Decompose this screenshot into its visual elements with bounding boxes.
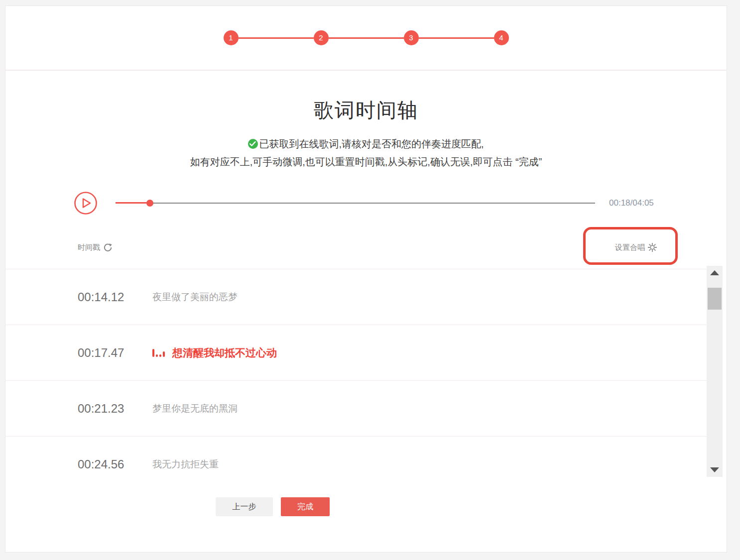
equalizer-icon: [152, 348, 165, 357]
lyrics-list: 00:14.12 夜里做了美丽的恶梦 00:17.47 想清醒我却抵不过心动 0…: [5, 269, 707, 492]
lyric-row[interactable]: 00:24.56 我无力抗拒失重: [5, 437, 707, 492]
progress-played: [116, 202, 150, 204]
step-2[interactable]: 2: [314, 30, 329, 45]
lyric-text: 夜里做了美丽的恶梦: [152, 291, 238, 304]
scrollbar-track[interactable]: [707, 266, 723, 477]
lyric-timestamp: 00:21.23: [78, 402, 152, 416]
step-4[interactable]: 4: [494, 30, 509, 45]
check-circle-icon: [248, 139, 258, 149]
page-title: 歌词时间轴: [5, 97, 727, 124]
toolbar: 时间戳 设置合唱: [78, 240, 657, 255]
play-icon: [74, 191, 98, 215]
description-line-2: 如有对应不上,可手动微调,也可以重置时间戳,从头标记,确认无误,即可点击 “完成…: [5, 155, 727, 169]
description-text-1: 已获取到在线歌词,请核对是否和您的伴奏进度匹配,: [259, 138, 484, 149]
description-line-1: 已获取到在线歌词,请核对是否和您的伴奏进度匹配,: [5, 137, 727, 151]
step-3[interactable]: 3: [404, 30, 419, 45]
timestamp-reset-button[interactable]: 时间戳: [78, 243, 113, 252]
step-connector: [419, 37, 494, 39]
lyric-row[interactable]: 00:14.12 夜里做了美丽的恶梦: [5, 269, 707, 325]
step-connector: [239, 37, 314, 39]
scroll-up-button[interactable]: [707, 267, 723, 279]
lyric-timestamp: 00:14.12: [78, 290, 152, 304]
finish-button[interactable]: 完成: [281, 497, 330, 516]
play-button[interactable]: [74, 191, 98, 215]
lyric-timestamp: 00:17.47: [78, 346, 152, 360]
triangle-down-icon: [710, 467, 719, 472]
lyric-row[interactable]: 00:21.23 梦里你是无底的黑洞: [5, 381, 707, 437]
gear-icon: [648, 243, 657, 252]
timestamp-label: 时间戳: [78, 243, 100, 252]
time-display: 00:18/04:05: [609, 198, 654, 208]
chorus-label: 设置合唱: [615, 243, 645, 252]
triangle-up-icon: [710, 270, 719, 275]
scrollbar-thumb[interactable]: [708, 288, 722, 310]
section-divider: [5, 70, 727, 71]
lyric-text: 我无力抗拒失重: [152, 458, 219, 471]
lyric-row-active[interactable]: 00:17.47 想清醒我却抵不过心动: [5, 325, 707, 381]
progress-handle[interactable]: [146, 200, 153, 207]
main-card: 1 2 3 4 歌词时间轴 已获取到在线歌词,请核对是否和您的伴奏进度匹配, 如…: [5, 5, 727, 553]
chorus-settings-button[interactable]: 设置合唱: [615, 243, 657, 252]
step-connector: [329, 37, 404, 39]
scroll-down-button[interactable]: [707, 464, 723, 476]
progress-track[interactable]: [116, 203, 595, 204]
lyric-text: 梦里你是无底的黑洞: [152, 402, 238, 415]
audio-player: 00:18/04:05: [74, 191, 654, 215]
lyric-text: 想清醒我却抵不过心动: [172, 346, 277, 360]
wizard-stepper: 1 2 3 4: [5, 6, 727, 70]
lyric-timestamp: 00:24.56: [78, 457, 152, 471]
reset-icon: [103, 243, 113, 252]
previous-step-button[interactable]: 上一步: [216, 497, 273, 516]
step-1[interactable]: 1: [224, 30, 239, 45]
